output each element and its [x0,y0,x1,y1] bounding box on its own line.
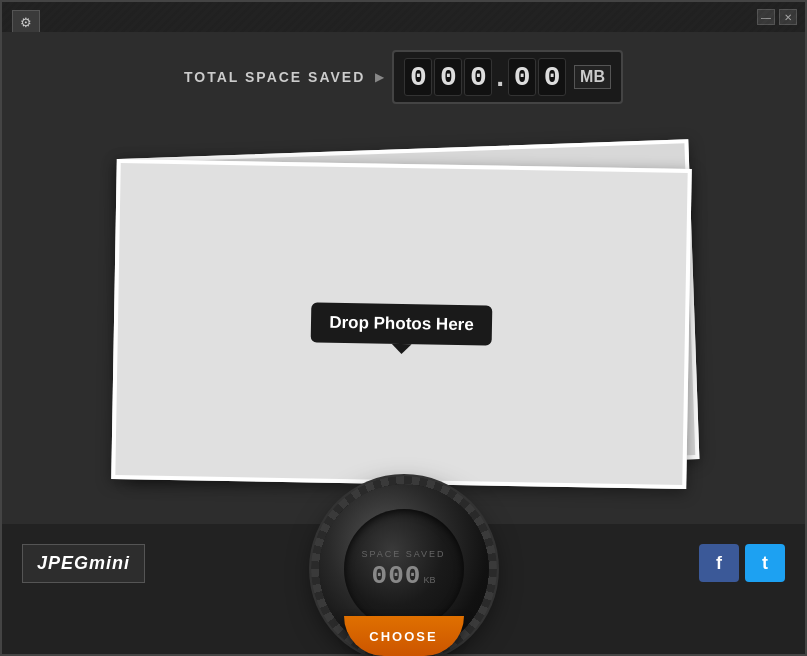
main-content: TOTAL SPACE SAVED ▶ 0 0 0 . 0 0 MB Drop … [2,32,805,524]
knob-space-label: SPACE SAVED [361,549,445,559]
digit-1: 0 [404,58,432,96]
photo-front[interactable]: Drop Photos Here [111,159,691,489]
knob-digit-2: 0 [388,563,404,589]
choose-label: CHOOSE [369,629,437,644]
social-buttons: f t [699,544,785,582]
settings-button[interactable]: ⚙ [12,10,40,34]
knob-inner: SPACE SAVED 0 0 0 KB [344,509,464,629]
knob-digit-3: 0 [405,563,421,589]
minimize-button[interactable]: — [757,9,775,25]
drop-bubble: Drop Photos Here [310,302,491,345]
knob-container: SPACE SAVED 0 0 0 KB CHOOSE [319,484,489,654]
digit-4: 0 [508,58,536,96]
knob-digit-1: 0 [372,563,388,589]
counter-display: 0 0 0 . 0 0 MB [392,50,623,104]
knob-outer: SPACE SAVED 0 0 0 KB CHOOSE [319,484,489,654]
titlebar: ⚙ — ✕ [2,2,805,32]
app-logo: JPEGmini [22,544,145,583]
unit-label: MB [574,65,611,89]
facebook-icon: f [716,553,722,574]
choose-button[interactable]: CHOOSE [344,616,464,656]
play-icon: ▶ [375,70,384,84]
twitter-button[interactable]: t [745,544,785,582]
twitter-icon: t [762,553,768,574]
decimal-point: . [494,63,506,91]
stats-label: TOTAL SPACE SAVED [184,69,365,85]
digit-3: 0 [464,58,492,96]
gear-icon: ⚙ [20,15,32,30]
bottom-bar: JPEGmini SPACE SAVED 0 0 0 KB CHOOSE [2,524,805,654]
knob-digits: 0 0 0 KB [372,563,436,589]
stats-bar: TOTAL SPACE SAVED ▶ 0 0 0 . 0 0 MB [184,50,623,104]
photo-stack: Drop Photos Here [114,149,694,489]
app-window: ⚙ — ✕ TOTAL SPACE SAVED ▶ 0 0 0 . 0 0 MB [0,0,807,656]
choose-section: CHOOSE [344,616,464,656]
facebook-button[interactable]: f [699,544,739,582]
digit-2: 0 [434,58,462,96]
digit-5: 0 [538,58,566,96]
close-button[interactable]: ✕ [779,9,797,25]
drop-zone-wrapper[interactable]: Drop Photos Here [2,114,805,524]
knob-unit: KB [423,575,435,585]
